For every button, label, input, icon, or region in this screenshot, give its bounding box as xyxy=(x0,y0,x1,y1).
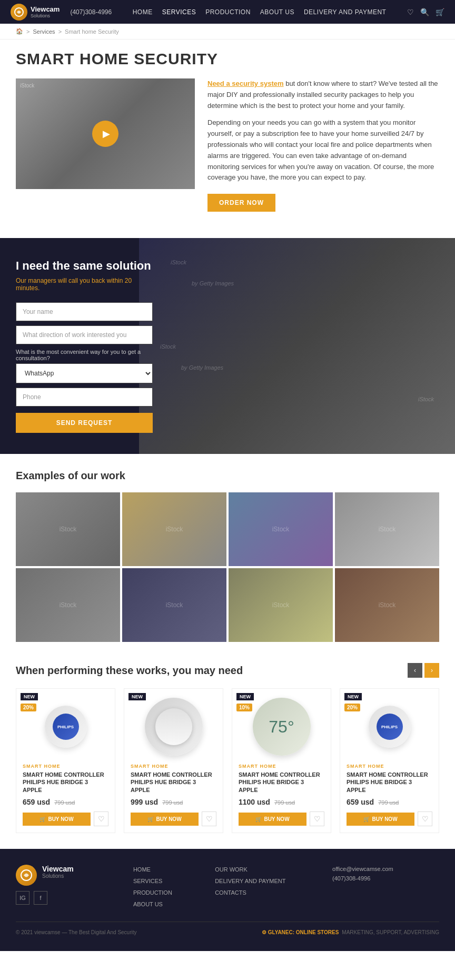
cart-icon: 🛒 xyxy=(147,816,154,822)
footer-nav-services[interactable]: SERVICES xyxy=(133,878,162,884)
gallery-item[interactable]: iStock xyxy=(229,492,333,566)
footer-logo-col: Viewcam Solutions IG f xyxy=(16,865,123,911)
price-main: 999 usd xyxy=(131,798,158,806)
product-actions: 🛒 BUY NOW ♡ xyxy=(347,811,432,826)
breadcrumb-home-icon[interactable]: 🏠 xyxy=(16,28,23,35)
contact-form: I need the same solution Our managers wi… xyxy=(16,259,153,433)
cart-icon: 🛒 xyxy=(255,816,262,822)
next-arrow[interactable]: › xyxy=(424,663,439,678)
istock-wm-4: by Getty Images xyxy=(181,364,223,371)
footer-email[interactable]: office@viewcamse.com xyxy=(332,866,393,872)
footer-nav-delivery[interactable]: DELIVERY AND PAYMENT xyxy=(215,878,285,884)
dark-section: iStock by Getty Images iStock by Getty I… xyxy=(0,238,455,454)
gallery-item[interactable]: iStock xyxy=(16,492,120,566)
partner-name: ⚙ GLYANEC: ONLINE STORES xyxy=(262,929,339,935)
product-actions: 🛒 BUY NOW ♡ xyxy=(131,811,216,826)
logo[interactable]: Viewcam Solutions xyxy=(11,4,60,21)
footer-logo-text-area: Viewcam Solutions xyxy=(42,865,74,879)
products-section: When performing these works, you may nee… xyxy=(0,652,455,849)
products-grid: NEW 20% PHILIPS SMART HOME SMART HOME CO… xyxy=(16,688,439,833)
footer-logo-area: Viewcam Solutions xyxy=(16,865,123,886)
product-card: NEW SMART HOME SMART HOME CONTROLLER PHI… xyxy=(124,688,223,833)
footer-logo-icon xyxy=(16,865,37,886)
direction-input[interactable] xyxy=(16,325,153,344)
nav-icons: ♡ 🔍 🛒 xyxy=(407,8,444,16)
prev-arrow[interactable]: ‹ xyxy=(408,663,422,678)
gallery-item[interactable]: iStock xyxy=(122,492,226,566)
wishlist-button[interactable]: ♡ xyxy=(202,811,216,826)
istock-label: iStock xyxy=(20,83,34,88)
facebook-icon[interactable]: f xyxy=(34,891,47,905)
buy-button[interactable]: 🛒 BUY NOW xyxy=(239,813,306,826)
footer-nav-home[interactable]: HOME xyxy=(133,866,151,873)
products-nav: ‹ › xyxy=(408,663,439,678)
send-request-button[interactable]: SEND REQUEST xyxy=(16,413,153,433)
product-name: SMART HOME CONTROLLER PHILIPS HUE BRIDGE… xyxy=(23,771,108,794)
nav-production[interactable]: PRODUCTION xyxy=(205,8,251,16)
buy-button[interactable]: 🛒 BUY NOW xyxy=(23,813,91,826)
gallery-item[interactable]: iStock xyxy=(122,568,226,642)
instagram-icon[interactable]: IG xyxy=(16,891,29,905)
products-header: When performing these works, you may nee… xyxy=(16,663,439,678)
breadcrumb-services[interactable]: Services xyxy=(33,28,55,35)
footer-nav-contacts[interactable]: CONTACTS xyxy=(215,889,246,896)
nav-about[interactable]: ABOUT US xyxy=(260,8,294,16)
video-thumbnail[interactable]: iStock xyxy=(16,78,195,189)
wishlist-button[interactable]: ♡ xyxy=(94,811,108,826)
product-actions: 🛒 BUY NOW ♡ xyxy=(239,811,324,826)
gallery-item[interactable]: iStock xyxy=(335,568,439,642)
footer-nav-ourwork[interactable]: OUR WORK xyxy=(215,866,248,873)
buy-button[interactable]: 🛒 BUY NOW xyxy=(131,813,199,826)
istock-wm: iStock xyxy=(60,601,77,609)
product-category: SMART HOME xyxy=(131,764,216,769)
istock-wm-2: by Getty Images xyxy=(192,280,234,286)
gallery-item[interactable]: iStock xyxy=(229,568,333,642)
istock-wm-3: iStock xyxy=(160,343,176,350)
istock-wm: iStock xyxy=(166,526,183,533)
product-badge-new: NEW xyxy=(128,693,146,700)
cart-icon[interactable]: 🛒 xyxy=(436,8,444,16)
product-img-circle: PHILIPS xyxy=(45,706,87,748)
footer-partner: ⚙ GLYANEC: ONLINE STORES MARKETING, SUPP… xyxy=(262,929,439,935)
product-price: 1100 usd 799 usd xyxy=(239,798,324,806)
navbar-phone: (407)308-4996 xyxy=(70,8,112,16)
phone-input[interactable] xyxy=(16,388,153,407)
contact-method-select[interactable]: WhatsApp xyxy=(16,363,153,383)
nav-services[interactable]: SERVICES xyxy=(162,8,196,16)
order-now-button[interactable]: ORDER NOW xyxy=(207,194,275,212)
intro-highlight: Need a security system xyxy=(207,80,284,87)
istock-wm: iStock xyxy=(60,526,77,533)
intro-paragraph-2: Depending on your needs you can go with … xyxy=(207,117,439,183)
product-category: SMART HOME xyxy=(23,764,108,769)
breadcrumb-sep1: > xyxy=(26,28,29,35)
nav-delivery[interactable]: DELIVERY AND PAYMENT xyxy=(304,8,387,16)
istock-wm-1: iStock xyxy=(171,259,186,265)
gallery-item[interactable]: iStock xyxy=(335,492,439,566)
consult-label: What is the most convenient way for you … xyxy=(16,349,153,361)
examples-section: Examples of our work iStock iStock iStoc… xyxy=(0,454,455,652)
price-main: 659 usd xyxy=(23,798,50,806)
product-name: SMART HOME CONTROLLER PHILIPS HUE BRIDGE… xyxy=(131,771,216,794)
product-card: NEW 20% PHILIPS SMART HOME SMART HOME CO… xyxy=(340,688,439,833)
wishlist-button[interactable]: ♡ xyxy=(418,811,432,826)
footer-social: IG f xyxy=(16,891,123,905)
wishlist-icon[interactable]: ♡ xyxy=(407,8,414,16)
price-old: 799 usd xyxy=(274,799,295,806)
footer-copyright: © 2021 viewcamse — The Best Digital And … xyxy=(16,929,137,935)
gallery-item[interactable]: iStock xyxy=(16,568,120,642)
nav-home[interactable]: HOME xyxy=(133,8,153,16)
footer: Viewcam Solutions IG f HOME SERVICES PRO… xyxy=(0,849,455,951)
play-button[interactable] xyxy=(92,121,118,147)
products-title: When performing these works, you may nee… xyxy=(16,665,243,677)
wishlist-button[interactable]: ♡ xyxy=(310,811,324,826)
name-input[interactable] xyxy=(16,302,153,321)
product-card: NEW 20% PHILIPS SMART HOME SMART HOME CO… xyxy=(16,688,115,833)
price-old: 799 usd xyxy=(378,799,399,806)
footer-nav-about[interactable]: ABOUT US xyxy=(133,901,163,907)
footer-nav-production[interactable]: PRODUCTION xyxy=(133,889,172,896)
buy-button[interactable]: 🛒 BUY NOW xyxy=(347,813,414,826)
footer-logo-sub: Solutions xyxy=(42,873,74,879)
search-icon[interactable]: 🔍 xyxy=(420,8,429,16)
product-img-circle xyxy=(145,698,203,756)
footer-nav-col-2: OUR WORK DELIVERY AND PAYMENT CONTACTS xyxy=(215,865,322,911)
